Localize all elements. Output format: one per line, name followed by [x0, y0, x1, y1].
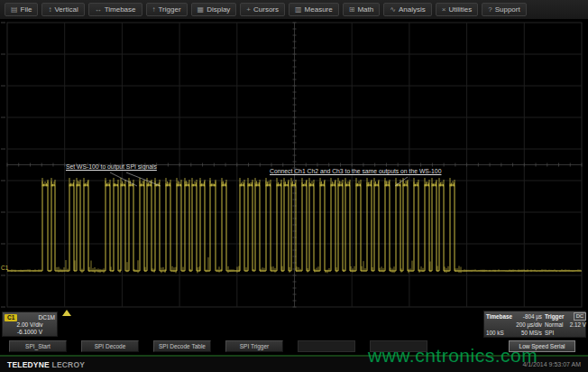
menu-label: Vertical	[54, 5, 78, 14]
trigger-type: SPI	[545, 330, 554, 336]
timebase-header: Timebase	[486, 313, 512, 320]
menu-label: Display	[207, 5, 230, 14]
low-speed-serial-button[interactable]: Low Speed Serial	[509, 340, 575, 352]
trigger-mode: Normal	[545, 321, 563, 328]
dialog-button-empty	[298, 340, 355, 352]
support-icon: ?	[488, 6, 492, 14]
channel-badge: C1	[5, 314, 17, 321]
status-bar: TELEDYNE LECROY 4/1/2014 9:53:07 AM	[0, 355, 588, 372]
menu-label: File	[21, 5, 32, 14]
menu-file[interactable]: ▤File	[5, 3, 38, 16]
channel-volts-per-div: 2.00 V/div	[5, 321, 55, 329]
timebase-samples: 100 kS	[486, 330, 504, 336]
menu-support[interactable]: ?Support	[482, 3, 526, 16]
menu-label: Timebase	[105, 5, 136, 14]
oscilloscope-app: ▤File↕Vertical↔Timebase↑Trigger▦Display+…	[0, 0, 588, 372]
menu-measure[interactable]: ▥Measure	[289, 3, 339, 16]
dialog-button-spi-trigger[interactable]: SPI Trigger	[225, 340, 283, 352]
utilities-icon: ×	[442, 6, 446, 14]
menu-timebase[interactable]: ↔Timebase	[88, 3, 142, 16]
timebase-trigger-box[interactable]: Timebase -804 µs Trigger DC 200 µs/div N…	[483, 311, 586, 338]
trigger-arrow-icon: ↑	[152, 6, 156, 14]
dialog-button-spi-start[interactable]: SPI_Start	[9, 340, 67, 352]
dialog-button-empty	[370, 340, 427, 352]
brand-logo: TELEDYNE LECROY	[7, 360, 85, 369]
menu-label: Utilities	[448, 5, 472, 14]
menu-label: Trigger	[159, 5, 181, 14]
timebase-per-div: 200 µs/div	[516, 321, 542, 328]
dialog-button-spi-decode[interactable]: SPI Decode	[81, 340, 139, 352]
channel-descriptor-c1[interactable]: C1 DC1M 2.00 V/div -6.1000 V	[2, 312, 58, 337]
timebase-sample-rate: 50 MS/s	[521, 330, 542, 336]
channel-header-row: C1 DC1M	[5, 313, 55, 321]
menu-label: Support	[495, 5, 520, 14]
menu-cursors[interactable]: +Cursors	[240, 3, 285, 16]
horizontal-arrows-icon: ↔	[95, 6, 102, 14]
brand-teledyne: TELEDYNE	[7, 360, 50, 369]
menu-math[interactable]: ⊞Math	[343, 3, 381, 16]
dialog-button-row: SPI_StartSPI DecodeSPI Decode TableSPI T…	[0, 339, 588, 354]
trigger-coupling: DC	[574, 312, 586, 321]
menu-label: Math	[357, 5, 373, 14]
display-icon: ▦	[198, 6, 205, 14]
cursor-icon: +	[246, 6, 251, 14]
menu-vertical[interactable]: ↕Vertical	[41, 3, 84, 16]
menu-label: Measure	[305, 5, 333, 14]
trigger-level: 2.12 V	[570, 321, 586, 328]
brand-lecroy: LECROY	[52, 360, 86, 369]
trigger-header: Trigger	[545, 313, 564, 320]
channel-coupling: DC1M	[39, 314, 55, 321]
channel-offset: -6.1000 V	[5, 329, 55, 336]
menu-label: Cursors	[253, 5, 279, 14]
clock-timestamp: 4/1/2014 9:53:07 AM	[522, 361, 581, 367]
menu-utilities[interactable]: ×Utilities	[436, 3, 478, 16]
trigger-position-marker[interactable]	[62, 310, 71, 316]
annotation-connect-channels-note: Connect Ch1 Ch2 and Ch3 to the same outp…	[270, 168, 441, 174]
menu-analysis[interactable]: ∿Analysis	[383, 3, 432, 16]
menu-bar: ▤File↕Vertical↔Timebase↑Trigger▦Display+…	[0, 0, 588, 20]
menu-label: Analysis	[399, 5, 426, 14]
analysis-icon: ∿	[390, 6, 396, 14]
file-icon: ▤	[11, 6, 18, 14]
menu-trigger[interactable]: ↑Trigger	[146, 3, 188, 16]
menu-display[interactable]: ▦Display	[191, 3, 237, 16]
vertical-arrows-icon: ↕	[48, 6, 51, 14]
timebase-delay: -804 µs	[523, 313, 542, 320]
measure-icon: ▥	[295, 6, 302, 14]
annotation-set-ws100-note: Set WS-100 to output SPI signals	[66, 163, 157, 170]
math-icon: ⊞	[349, 6, 355, 14]
channel-ground-marker[interactable]: C1	[1, 265, 8, 271]
dialog-button-spi-decode-table[interactable]: SPI Decode Table	[153, 340, 211, 352]
